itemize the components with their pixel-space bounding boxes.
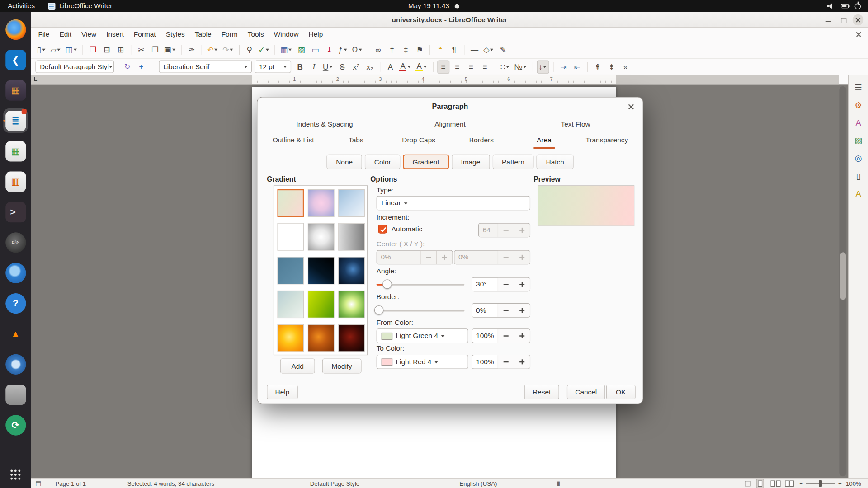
selection-count-label[interactable]: Selected: 4 words, 34 characters	[127, 480, 215, 487]
from-color-dropdown[interactable]: Light Green 4	[377, 328, 468, 343]
fill-gradient-button[interactable]: Gradient	[403, 155, 449, 169]
libreoffice-calc-icon[interactable]: ▦	[3, 139, 28, 163]
border-slider-handle[interactable]	[374, 305, 384, 315]
basic-shapes-button[interactable]: ◇	[482, 43, 495, 56]
system-status-menu[interactable]	[827, 0, 868, 12]
gradient-swatch-6[interactable]	[338, 223, 365, 250]
libreoffice-writer-icon[interactable]: ≣	[3, 108, 28, 133]
dropdown-caret-icon[interactable]	[57, 43, 61, 56]
font-size-combobox[interactable]: 12 pt	[255, 60, 291, 73]
line-spacing-button[interactable]: ↕	[537, 60, 549, 73]
increase-indent-button[interactable]: ⇥	[557, 60, 570, 73]
insert-horizontal-line-button[interactable]: —	[468, 43, 481, 56]
spelling-button[interactable]: ✓	[257, 43, 271, 56]
dropdown-caret-icon[interactable]	[72, 43, 77, 56]
gradient-swatch-4[interactable]	[277, 223, 304, 250]
dropdown-caret-icon[interactable]	[171, 43, 176, 56]
language-label[interactable]: English (USA)	[459, 480, 497, 487]
menu-item[interactable]: Help	[304, 28, 328, 41]
new-style-button[interactable]: +	[135, 60, 147, 73]
software-updater-icon[interactable]: ⟳	[3, 413, 28, 437]
fill-hatch-button[interactable]: Hatch	[537, 155, 574, 169]
firefox-icon[interactable]	[3, 17, 28, 42]
fill-color-button[interactable]: Color	[365, 155, 401, 169]
activities-button[interactable]: Activities	[0, 0, 42, 12]
dropdown-caret-icon[interactable]	[214, 43, 219, 56]
menu-item[interactable]: Window	[269, 28, 304, 41]
paragraph-space-increase-button[interactable]: ⇞	[592, 60, 604, 73]
gradient-swatch-1[interactable]	[277, 189, 304, 217]
angle-slider[interactable]	[377, 277, 465, 291]
insert-image-button[interactable]: ▨	[295, 43, 307, 56]
dropdown-caret-icon[interactable]	[542, 61, 547, 73]
minus-icon[interactable]	[498, 329, 514, 343]
toolbar-overflow-button[interactable]: »	[619, 60, 632, 73]
insert-special-character-button[interactable]: Ω	[351, 43, 364, 56]
navigator-deck-button[interactable]: ◎	[850, 150, 866, 165]
copy-button[interactable]: ❐	[149, 43, 161, 56]
archive-manager-icon[interactable]: ▦	[3, 78, 28, 103]
gradient-swatch-12[interactable]	[338, 291, 365, 318]
tab-indents-spacing[interactable]: Indents & Spacing	[262, 118, 387, 133]
insert-table-button[interactable]: ▦	[279, 43, 294, 56]
menu-item[interactable]: Insert	[101, 28, 129, 41]
align-center-button[interactable]: ≡	[451, 60, 463, 73]
menu-item[interactable]: Form	[217, 28, 243, 41]
zoom-slider-handle[interactable]	[819, 480, 822, 487]
menu-item[interactable]: View	[76, 28, 101, 41]
libreoffice-impress-icon[interactable]: ▥	[3, 169, 28, 194]
gradient-swatch-15[interactable]	[338, 324, 365, 352]
dropdown-caret-icon[interactable]	[489, 43, 494, 56]
insert-page-break-button[interactable]: ↧	[323, 43, 335, 56]
draw-functions-button[interactable]: ✎	[497, 43, 509, 56]
minimize-button[interactable]	[823, 14, 834, 25]
zoom-level-label[interactable]: 100%	[846, 480, 861, 487]
ordered-list-button[interactable]: №	[513, 60, 528, 73]
gradient-swatch-2[interactable]	[308, 189, 335, 217]
align-left-button[interactable]: ≡	[437, 60, 449, 73]
gallery-deck-button[interactable]: ▨	[850, 132, 866, 148]
scrollbar-thumb[interactable]	[840, 252, 845, 300]
new-document-button[interactable]: ▯	[35, 43, 47, 56]
undo-button[interactable]: ↶	[206, 43, 220, 56]
dialog-close-button[interactable]	[627, 103, 636, 112]
minus-icon[interactable]	[498, 278, 514, 291]
paragraph-style-combobox[interactable]: Default Paragraph Styl	[35, 60, 114, 73]
italic-button[interactable]: I	[308, 60, 320, 73]
underline-button[interactable]: U	[321, 60, 334, 73]
from-color-percent-value[interactable]: 100%	[472, 329, 498, 343]
border-stepper[interactable]: 0%	[472, 303, 530, 318]
vscode-icon[interactable]: ❮	[3, 47, 28, 72]
highlight-color-button[interactable]: A	[414, 60, 429, 73]
dropdown-caret-icon[interactable]	[343, 43, 348, 56]
gradient-swatch-3[interactable]	[338, 189, 365, 217]
paste-button[interactable]: ▣	[163, 43, 177, 56]
tab-drop-caps[interactable]: Drop Caps	[387, 134, 450, 150]
align-justify-button[interactable]: ≡	[479, 60, 491, 73]
dropdown-caret-icon[interactable]	[505, 60, 510, 73]
horizontal-ruler[interactable]: L 1234567	[31, 75, 839, 85]
automatic-checkbox[interactable]	[378, 225, 387, 234]
save-button[interactable]: ◫	[64, 43, 79, 56]
print-preview-button[interactable]: ⊞	[114, 43, 127, 56]
angle-slider-handle[interactable]	[382, 279, 392, 289]
align-right-button[interactable]: ≡	[465, 60, 477, 73]
insert-footnote-button[interactable]: †	[386, 43, 398, 56]
find-replace-button[interactable]: ⚲	[243, 43, 255, 56]
paragraph-space-decrease-button[interactable]: ⇟	[605, 60, 618, 73]
menu-item[interactable]: Edit	[54, 28, 76, 41]
to-color-percent-stepper[interactable]: 100%	[472, 355, 530, 369]
gradient-swatch-8[interactable]	[308, 257, 335, 284]
zoom-in-button[interactable]: +	[838, 480, 842, 487]
fill-pattern-button[interactable]: Pattern	[492, 155, 533, 169]
tab-borders[interactable]: Borders	[450, 134, 513, 150]
angle-value[interactable]: 30°	[472, 278, 497, 291]
clone-formatting-button[interactable]: ✑	[186, 43, 198, 56]
formatting-marks-button[interactable]: ¶	[448, 43, 460, 56]
gradient-swatch-11[interactable]	[308, 291, 335, 318]
tab-stop-selector[interactable]: L	[34, 76, 37, 82]
gradient-swatch-7[interactable]	[277, 257, 304, 284]
add-gradient-button[interactable]: Add	[280, 358, 315, 373]
minus-icon[interactable]	[498, 355, 514, 368]
chromium-icon[interactable]	[3, 352, 28, 376]
